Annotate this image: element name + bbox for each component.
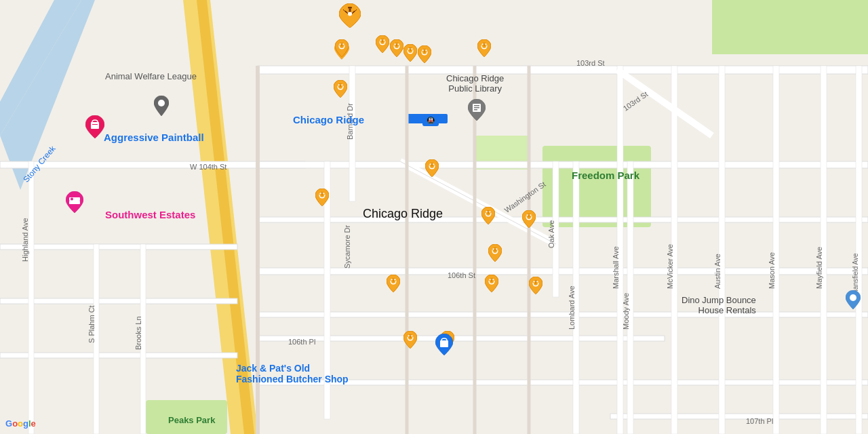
- street-label-marshall: Marshall Ave: [612, 246, 620, 289]
- svg-rect-26: [856, 66, 862, 434]
- svg-text:🚇: 🚇: [427, 116, 435, 125]
- svg-rect-60: [396, 44, 397, 47]
- street-label-lombard: Lombard Ave: [568, 285, 576, 330]
- svg-point-160: [850, 294, 856, 301]
- svg-rect-90: [431, 164, 433, 167]
- southwest-estates-label: Southwest Estates: [105, 209, 195, 220]
- logo-pin: [339, 3, 361, 31]
- svg-rect-84: [340, 85, 341, 87]
- google-logo: Google: [5, 418, 36, 429]
- street-label-mansfield: Mansfield Ave: [852, 253, 859, 295]
- street-label-moody: Moody Ave: [622, 293, 630, 330]
- jack-pats-pin[interactable]: [435, 334, 453, 358]
- place-pin-gray[interactable]: [154, 96, 169, 119]
- chicago-ridge-label: Chicago Ridge: [363, 207, 443, 221]
- svg-rect-132: [535, 281, 536, 284]
- peaks-park-label: Peaks Park: [168, 415, 215, 425]
- tower-pin[interactable]: [403, 44, 417, 64]
- chicago-ridge-station-label: Chicago Ridge: [293, 114, 364, 125]
- svg-rect-59: [395, 43, 398, 44]
- street-label-104th: W 104th St: [190, 163, 226, 171]
- street-label-mayfield: Mayfield Ave: [815, 247, 823, 289]
- tower-pin[interactable]: [477, 39, 491, 60]
- svg-rect-89: [431, 163, 433, 164]
- street-label-106th: 106th St: [448, 271, 475, 279]
- svg-point-147: [158, 100, 165, 106]
- tower-pin[interactable]: [315, 189, 329, 209]
- tower-pin[interactable]: [390, 39, 403, 60]
- svg-rect-102: [488, 212, 489, 214]
- street-label-austin: Austin Ave: [713, 254, 722, 289]
- svg-rect-47: [340, 43, 343, 44]
- tower-pin[interactable]: [418, 45, 431, 66]
- svg-rect-126: [491, 279, 492, 282]
- tower-pin[interactable]: [335, 39, 349, 60]
- aggressive-paintball-pin[interactable]: [85, 115, 104, 141]
- svg-rect-108: [528, 215, 530, 218]
- svg-rect-65: [409, 47, 412, 49]
- svg-rect-71: [423, 49, 426, 50]
- svg-rect-138: [410, 336, 411, 338]
- svg-rect-72: [424, 50, 425, 53]
- svg-rect-19: [0, 298, 237, 304]
- svg-point-167: [348, 12, 352, 16]
- tower-pin[interactable]: [529, 277, 542, 297]
- svg-rect-13: [258, 336, 665, 341]
- tower-pin[interactable]: [425, 159, 439, 180]
- svg-rect-114: [494, 249, 496, 252]
- street-label-mason: Mason Ave: [768, 252, 776, 289]
- street-label-106th-pl: 106th Pl: [288, 338, 315, 346]
- svg-rect-54: [382, 40, 383, 43]
- svg-rect-153: [92, 124, 98, 125]
- library-label: Chicago RidgePublic Library: [446, 73, 504, 94]
- svg-rect-95: [321, 192, 323, 193]
- svg-rect-48: [341, 44, 342, 47]
- svg-rect-150: [474, 107, 479, 108]
- svg-rect-96: [321, 193, 323, 196]
- tower-pin[interactable]: [485, 275, 498, 295]
- tower-pin[interactable]: [403, 331, 417, 351]
- svg-rect-4: [712, 0, 868, 54]
- place-pin-library[interactable]: [468, 99, 486, 123]
- svg-rect-83: [339, 83, 342, 85]
- tower-pin[interactable]: [334, 80, 347, 100]
- jack-pats-label: Jack & Pat's OldFashioned Butcher Shop: [236, 363, 349, 384]
- dino-jump-pin[interactable]: [846, 290, 861, 312]
- svg-rect-125: [490, 278, 493, 279]
- street-label-mcvicker: McVicker Ave: [666, 244, 674, 289]
- station-pin[interactable]: 🚇: [422, 114, 439, 129]
- street-label-oak: Oak Ave: [547, 220, 555, 248]
- southwest-estates-pin[interactable]: [66, 191, 83, 216]
- svg-rect-161: [348, 7, 352, 9]
- svg-rect-20: [0, 353, 237, 358]
- svg-rect-53: [381, 39, 384, 40]
- street-label-highland: Highland Ave: [21, 218, 29, 262]
- tower-pin[interactable]: [488, 244, 502, 264]
- svg-rect-151: [474, 109, 477, 111]
- svg-rect-24: [773, 66, 779, 434]
- svg-point-156: [71, 198, 73, 201]
- svg-rect-149: [474, 105, 479, 106]
- animal-welfare-label: Animal Welfare League: [105, 71, 197, 81]
- svg-rect-32: [28, 161, 34, 434]
- svg-rect-66: [410, 49, 411, 52]
- svg-rect-113: [494, 248, 496, 249]
- street-label-brooks: Brooks Ln: [134, 316, 142, 350]
- street-label-sycamore: Sycamore Dr: [343, 225, 351, 269]
- svg-rect-120: [393, 279, 394, 282]
- tower-pin[interactable]: [481, 207, 495, 227]
- street-label-103rd: 103rd St: [576, 59, 605, 67]
- svg-rect-131: [534, 280, 537, 281]
- svg-rect-107: [528, 214, 530, 215]
- svg-rect-18: [0, 244, 237, 250]
- svg-rect-23: [719, 66, 725, 434]
- svg-rect-77: [483, 43, 486, 44]
- dino-jump-label: Dino Jump BounceHouse Rentals: [682, 295, 756, 315]
- tower-pin[interactable]: [387, 275, 400, 295]
- map-container: 103rd St W 104th St 106th St 106th Pl 10…: [0, 0, 868, 434]
- tower-pin[interactable]: [376, 35, 389, 56]
- tower-pin[interactable]: [522, 210, 536, 231]
- svg-rect-101: [487, 210, 490, 212]
- street-label-plahm: S Plahm Ct: [87, 305, 96, 343]
- svg-rect-137: [409, 334, 412, 336]
